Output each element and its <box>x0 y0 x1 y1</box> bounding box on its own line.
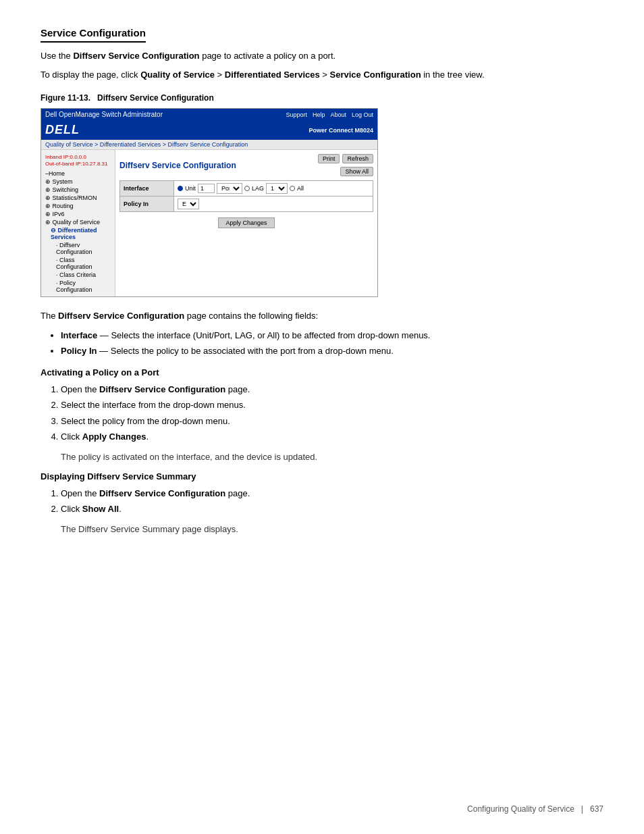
sidebar-item-home[interactable]: –Home <box>41 170 115 178</box>
ss-app-title: Dell OpenManage Switch Administrator <box>45 111 163 118</box>
ss-port-select[interactable]: Portxg1 <box>217 183 242 194</box>
intro-paragraph-1: Use the Diffserv Service Configuration p… <box>41 49 603 63</box>
sidebar-item-switching[interactable]: ⊕ Switching <box>41 186 115 194</box>
activate-result-text: The policy is activated on the interface… <box>61 452 603 462</box>
intro-bold-1: Diffserv Service Configuration <box>73 51 199 61</box>
ss-header-bar: Dell OpenManage Switch Administrator Sup… <box>41 109 377 120</box>
ss-nav-links: Support Help About Log Out <box>286 111 373 118</box>
ss-unit-radio-icon <box>178 186 183 191</box>
ss-main-content: Diffserv Service Configuration Print Ref… <box>115 150 377 296</box>
ss-breadcrumb: Quality of Service > Differentiated Serv… <box>41 140 377 150</box>
ss-inband-ip: Inband IP:0.0.0.0 Out-of-band IP:10.27.8… <box>41 153 115 170</box>
fields-description-intro: The Diffserv Service Configuration page … <box>41 309 603 323</box>
ss-product-name: Power Connect M8024 <box>308 127 373 134</box>
sidebar-item-ipv6[interactable]: ⊕ IPv6 <box>41 210 115 218</box>
ss-top-btn-row: Print Refresh <box>318 154 373 163</box>
ss-interface-unit-radio[interactable]: Unit Portxg1 LAG 1 All <box>178 183 304 194</box>
display-step-2-bold: Show All <box>82 504 119 514</box>
ss-link-logout[interactable]: Log Out <box>352 111 373 118</box>
screenshot-figure: Dell OpenManage Switch Administrator Sup… <box>41 108 378 297</box>
bullet-policy-term: Policy In <box>61 346 97 356</box>
sidebar-item-system[interactable]: ⊕ System <box>41 178 115 186</box>
sidebar-item-diffserv-config[interactable]: · Diffserv Configuration <box>41 241 115 256</box>
ss-dell-logo: DELL <box>45 123 80 137</box>
ss-show-all-button[interactable]: Show All <box>340 167 373 176</box>
display-result-text: The Diffserv Service Summary page displa… <box>61 524 603 534</box>
sidebar-item-policy-config[interactable]: · Policy Configuration <box>41 279 115 294</box>
footer-text: Configuring Quality of Service <box>467 804 574 814</box>
ss-show-all-row: Show All <box>340 166 373 176</box>
ss-logo-bar: DELL Power Connect M8024 <box>41 120 377 140</box>
ss-policy-row: Policy In East <box>120 197 373 212</box>
ss-interface-label: Interface <box>120 181 174 197</box>
intro-pre-2: To display the page, click <box>41 70 140 80</box>
intro-post-2: in the tree view. <box>421 70 485 80</box>
activate-step-4: Click Apply Changes. <box>61 430 603 444</box>
intro-rest-1: page to activate a policy on a port. <box>202 51 336 61</box>
bullet-interface-term: Interface <box>61 330 97 340</box>
fields-bullet-list: Interface — Selects the interface (Unit/… <box>61 329 603 358</box>
ss-action-buttons: Print Refresh Show All <box>318 154 373 176</box>
ss-body: Inband IP:0.0.0.0 Out-of-band IP:10.27.8… <box>41 150 377 296</box>
activate-step-4-bold: Apply Changes <box>82 432 146 442</box>
ss-link-support[interactable]: Support <box>286 111 307 118</box>
ss-sidebar: Inband IP:0.0.0.0 Out-of-band IP:10.27.8… <box>41 150 115 296</box>
bullet-policy-in: Policy In — Selects the policy to be ass… <box>61 344 603 358</box>
ss-unit-input[interactable] <box>198 184 215 193</box>
activate-step-2: Select the interface from the drop-down … <box>61 398 603 412</box>
ss-interface-control[interactable]: Unit Portxg1 LAG 1 All <box>174 181 373 197</box>
bullet-interface: Interface — Selects the interface (Unit/… <box>61 329 603 342</box>
ss-policy-select[interactable]: East <box>178 199 199 209</box>
fields-description-bold: Diffserv Service Configuration <box>58 311 184 321</box>
ss-all-radio-icon <box>290 186 295 191</box>
ss-apply-row: Apply Changes <box>119 217 373 228</box>
subsection-display-title: Displaying Diffserv Service Summary <box>41 471 603 481</box>
activate-step-1-bold: Diffserv Service Configuration <box>99 384 225 394</box>
display-steps-list: Open the Diffserv Service Configuration … <box>61 487 603 516</box>
footer-page-number: 637 <box>590 804 603 814</box>
ss-fields-table: Interface Unit Portxg1 LAG 1 <box>119 180 373 212</box>
sidebar-item-class-config[interactable]: · Class Configuration <box>41 256 115 271</box>
activate-step-3: Select the policy from the drop-down men… <box>61 415 603 428</box>
ss-policy-label: Policy In <box>120 197 174 212</box>
sidebar-item-qos[interactable]: ⊕ Quality of Service <box>41 218 115 226</box>
display-step-2: Click Show All. <box>61 502 603 516</box>
activate-steps-list: Open the Diffserv Service Configuration … <box>61 383 603 444</box>
ss-link-about[interactable]: About <box>330 111 346 118</box>
footer-separator: | <box>581 804 583 814</box>
section-title: Service Configuration <box>41 27 146 43</box>
ss-page-title-text: Diffserv Service Configuration <box>119 161 236 170</box>
ss-interface-row: Interface Unit Portxg1 LAG 1 <box>120 181 373 197</box>
intro-bold-2c: Service Configuration <box>330 70 421 80</box>
ss-apply-changes-button[interactable]: Apply Changes <box>218 217 274 228</box>
ss-lag-select[interactable]: 1 <box>266 183 288 194</box>
intro-bold-2b: Differentiated Services <box>225 70 320 80</box>
sidebar-item-statistics[interactable]: ⊕ Statistics/RMON <box>41 194 115 202</box>
sidebar-item-routing[interactable]: ⊕ Routing <box>41 202 115 210</box>
intro-paragraph-2: To display the page, click Quality of Se… <box>41 68 603 82</box>
ss-policy-control[interactable]: East <box>174 197 373 212</box>
sidebar-item-diffserv[interactable]: ⊖ Differentiated Services <box>41 226 115 241</box>
ss-page-title-row: Diffserv Service Configuration Print Ref… <box>119 154 373 176</box>
page-footer: Configuring Quality of Service | 637 <box>467 804 603 814</box>
ss-lag-radio-icon <box>244 186 250 191</box>
subsection-activate-title: Activating a Policy on a Port <box>41 367 603 377</box>
sidebar-item-class-criteria[interactable]: · Class Criteria <box>41 271 115 279</box>
display-step-1: Open the Diffserv Service Configuration … <box>61 487 603 500</box>
ss-refresh-button[interactable]: Refresh <box>342 154 373 163</box>
intro-bold-2a: Quality of Service <box>140 70 215 80</box>
ss-link-help[interactable]: Help <box>313 111 325 118</box>
ss-print-button[interactable]: Print <box>318 154 340 163</box>
display-step-1-bold: Diffserv Service Configuration <box>99 488 225 498</box>
figure-label: Figure 11-13. Diffserv Service Configura… <box>41 93 603 103</box>
activate-step-1: Open the Diffserv Service Configuration … <box>61 383 603 396</box>
